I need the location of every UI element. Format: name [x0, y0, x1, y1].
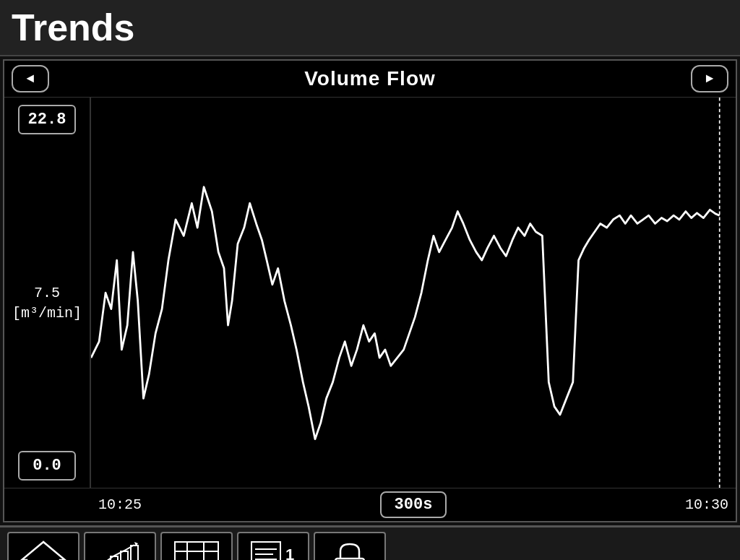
svg-rect-8 — [131, 546, 138, 560]
y-mid-label: 7.5 [m³/min] — [12, 283, 82, 324]
chart-title: Volume Flow — [304, 67, 436, 90]
chart-body: 22.8 7.5 [m³/min] 0.0 — [4, 98, 736, 488]
time-end: 10:30 — [685, 496, 728, 513]
svg-rect-0 — [91, 98, 736, 488]
home-button[interactable] — [7, 532, 79, 560]
chart-svg — [91, 98, 736, 488]
main-chart-area: ◄ Volume Flow ► 22.8 7.5 [m³/min] 0.0 — [3, 59, 737, 522]
y-min-value: 0.0 — [18, 451, 76, 481]
settings-button[interactable]: 1 — [237, 532, 309, 560]
trends-button[interactable] — [84, 532, 156, 560]
svg-rect-16 — [251, 542, 280, 560]
time-start: 10:25 — [98, 496, 142, 513]
time-bar: 10:25 300s 10:30 — [4, 488, 736, 521]
page-title: Trends — [12, 6, 135, 49]
header: Trends — [0, 0, 740, 56]
nav-left-button[interactable]: ◄ — [12, 65, 49, 92]
time-interval[interactable]: 300s — [380, 491, 447, 518]
svg-marker-2 — [22, 542, 65, 560]
nav-right-button[interactable]: ► — [691, 65, 728, 92]
svg-text:1: 1 — [285, 546, 294, 560]
y-max-value: 22.8 — [18, 105, 77, 134]
toolbar: 1 T — [0, 525, 740, 560]
list-button[interactable] — [160, 532, 233, 560]
app: Trends ◄ Volume Flow ► 22.8 7.5 [m³/min]… — [0, 0, 740, 560]
left-panel: 22.8 7.5 [m³/min] 0.0 — [4, 98, 91, 488]
lock-button[interactable]: T — [314, 532, 386, 560]
chart-header: ◄ Volume Flow ► — [4, 61, 736, 98]
